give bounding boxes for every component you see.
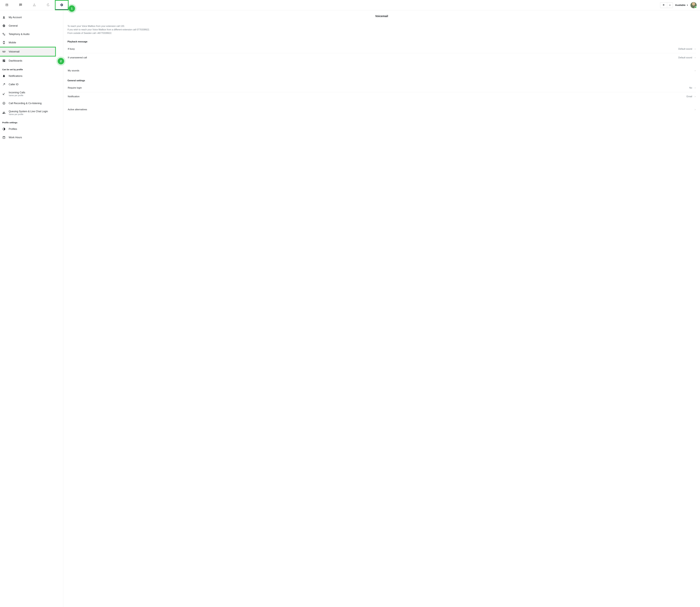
- sidebar-item-label: Mobile: [9, 41, 16, 44]
- sidebar-item-telephony[interactable]: Telephony & Audio: [0, 30, 63, 38]
- settings-tab[interactable]: [55, 0, 68, 10]
- arrow-outgoing-icon: [2, 83, 6, 86]
- sidebar-item-caller-id[interactable]: Caller ID: [0, 80, 63, 88]
- setting-active-alternatives[interactable]: Active alternatives ›: [67, 105, 696, 114]
- setting-require-login[interactable]: Require login No ›: [67, 84, 696, 92]
- sidebar-item-sublabel: Varies per profile: [9, 113, 48, 116]
- pause-button[interactable]: [660, 2, 667, 8]
- callout-badge-1: 1: [68, 5, 75, 12]
- setting-value: Email: [686, 95, 692, 98]
- svg-point-4: [3, 103, 4, 104]
- setting-value: No: [689, 87, 692, 89]
- chevron-right-icon: ›: [695, 86, 696, 89]
- sidebar-item-label: Queuing System & Live Chat Login: [9, 110, 48, 113]
- sidebar-item-label: Dashboards: [9, 59, 22, 62]
- playback-heading: Playback message: [67, 40, 696, 43]
- record-icon: [2, 102, 6, 105]
- half-circle-icon: [2, 127, 6, 131]
- general-heading: General settings: [67, 79, 696, 82]
- svg-point-1: [5, 34, 5, 34]
- caret-down-icon: ▼: [686, 4, 688, 6]
- history-tab[interactable]: [41, 0, 55, 10]
- svg-point-0: [4, 34, 5, 34]
- presence-indicator: [695, 6, 697, 8]
- app-header: 1 ▼ Available ▼: [0, 0, 700, 11]
- setting-label: Require login: [68, 86, 82, 89]
- sidebar-item-label: Call Recording & Co-listening: [9, 102, 42, 105]
- phone-settings-icon: [2, 33, 6, 36]
- setting-value: Default sound: [678, 56, 692, 59]
- callout-badge-2: 2: [58, 58, 64, 64]
- sidebar-item-notifications[interactable]: Notifications: [0, 72, 63, 80]
- svg-point-2: [4, 34, 4, 34]
- arrow-incoming-icon: [2, 92, 6, 96]
- sidebar-item-queuing[interactable]: Queuing System & Live Chat Login Varies …: [0, 107, 63, 118]
- playback-group: Playback message If busy Default sound ›…: [67, 40, 696, 62]
- status-selector[interactable]: Available ▼: [675, 4, 688, 6]
- chat-tab[interactable]: [14, 0, 27, 10]
- chevron-right-icon: ›: [695, 95, 696, 98]
- pause-dropdown: ▼: [660, 2, 673, 8]
- org-chart-icon: [33, 3, 36, 7]
- sidebar-item-label: Notifications: [9, 75, 22, 78]
- people-icon: [2, 111, 6, 114]
- chevron-right-icon: ›: [695, 56, 696, 59]
- setting-if-busy[interactable]: If busy Default sound ›: [67, 45, 696, 53]
- voicemail-instructions: To reach your Voice Mailbox from your ex…: [67, 24, 696, 35]
- setting-if-unanswered[interactable]: If unanswered call Default sound ›: [67, 53, 696, 62]
- sidebar-item-label: Work Hours: [9, 136, 22, 139]
- sidebar-item-label: Voicemail: [9, 50, 19, 53]
- instruction-line: From outside of Sweden call +46770339922…: [67, 32, 696, 35]
- voicemail-icon: [2, 50, 6, 53]
- contacts-tab[interactable]: [0, 0, 14, 10]
- sidebar-item-work-hours[interactable]: Work Hours: [0, 133, 63, 142]
- main-layout: My Account General Telephony & Audio Mob…: [0, 11, 700, 607]
- instruction-line: If you wish to reach your Voice Mailbox …: [67, 28, 696, 32]
- person-icon: [2, 16, 6, 19]
- sidebar-item-label: Incoming Calls: [9, 91, 25, 94]
- settings-sidebar: My Account General Telephony & Audio Mob…: [0, 11, 63, 607]
- mobile-icon: [2, 41, 6, 44]
- history-icon: [46, 3, 50, 7]
- sidebar-section-profile: Can be set by profile: [0, 65, 63, 72]
- sidebar-item-label: Telephony & Audio: [9, 33, 29, 36]
- main-content: Voicemail To reach your Voice Mailbox fr…: [63, 11, 700, 607]
- active-alternatives-group: Active alternatives ›: [67, 105, 696, 114]
- gear-icon: [2, 24, 6, 27]
- sidebar-section-settings: Profile settings: [0, 118, 63, 125]
- caret-down-icon: ▼: [669, 4, 671, 6]
- sidebar-item-general[interactable]: General: [0, 22, 63, 30]
- page-title: Voicemail: [67, 15, 696, 18]
- header-right: ▼ Available ▼: [660, 2, 697, 8]
- header-tabs: 1: [0, 0, 68, 10]
- chevron-right-icon: ›: [695, 108, 696, 111]
- contact-card-icon: [5, 3, 8, 7]
- sidebar-item-incoming-calls[interactable]: Incoming Calls Varies per profile: [0, 88, 63, 99]
- setting-my-sounds[interactable]: My sounds ›: [67, 66, 696, 75]
- setting-label: My sounds: [68, 69, 79, 72]
- pause-icon: [662, 4, 665, 6]
- sidebar-item-mobile[interactable]: Mobile: [0, 38, 63, 47]
- chat-icon: [19, 3, 22, 7]
- sidebar-item-voicemail[interactable]: Voicemail: [0, 47, 56, 57]
- setting-label: If unanswered call: [68, 56, 87, 59]
- sidebar-item-label: General: [9, 24, 18, 27]
- sidebar-item-dashboards[interactable]: Dashboards: [0, 57, 63, 65]
- setting-notification[interactable]: Notification Email ›: [67, 92, 696, 101]
- sidebar-item-my-account[interactable]: My Account: [0, 13, 63, 22]
- setting-value: Default sound: [678, 48, 692, 50]
- status-label: Available: [675, 4, 685, 6]
- chevron-right-icon: ›: [695, 47, 696, 50]
- sidebar-item-label: My Account: [9, 16, 22, 19]
- sidebar-item-call-recording[interactable]: Call Recording & Co-listening: [0, 99, 63, 107]
- chevron-right-icon: ›: [695, 69, 696, 72]
- setting-label: Notification: [68, 95, 80, 98]
- instruction-line: To reach your Voice Mailbox from your ex…: [67, 24, 696, 28]
- user-avatar[interactable]: [691, 2, 697, 8]
- gear-icon: [60, 3, 63, 7]
- pause-dropdown-caret[interactable]: ▼: [667, 2, 673, 8]
- general-settings-group: General settings Require login No › Noti…: [67, 79, 696, 101]
- org-tab[interactable]: [27, 0, 41, 10]
- sidebar-item-profiles[interactable]: Profiles: [0, 125, 63, 133]
- calendar-icon: [2, 136, 6, 139]
